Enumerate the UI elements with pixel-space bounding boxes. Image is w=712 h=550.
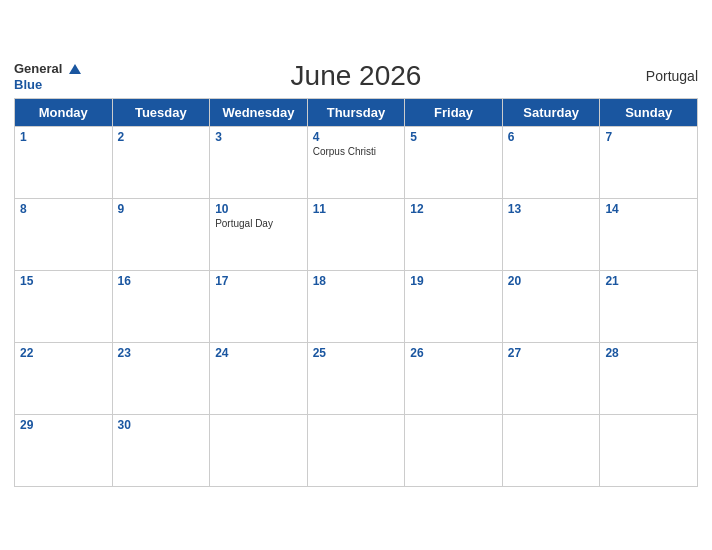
logo-general-text: General — [14, 61, 62, 76]
calendar-day-cell: 9 — [112, 198, 210, 270]
calendar-day-cell: 15 — [15, 270, 113, 342]
day-number: 1 — [20, 130, 107, 144]
calendar-grid: Monday Tuesday Wednesday Thursday Friday… — [14, 98, 698, 487]
calendar-day-cell: 23 — [112, 342, 210, 414]
calendar-day-cell: 11 — [307, 198, 405, 270]
day-number: 27 — [508, 346, 595, 360]
calendar-day-cell — [502, 414, 600, 486]
holiday-name: Corpus Christi — [313, 146, 400, 157]
header-thursday: Thursday — [307, 98, 405, 126]
calendar-day-cell: 14 — [600, 198, 698, 270]
day-number: 17 — [215, 274, 302, 288]
calendar-day-cell: 24 — [210, 342, 308, 414]
day-number: 10 — [215, 202, 302, 216]
weekday-header-row: Monday Tuesday Wednesday Thursday Friday… — [15, 98, 698, 126]
calendar-title: June 2026 — [291, 60, 422, 92]
calendar-day-cell: 21 — [600, 270, 698, 342]
calendar-day-cell: 17 — [210, 270, 308, 342]
logo-triangle-icon — [69, 64, 81, 74]
day-number: 18 — [313, 274, 400, 288]
calendar-day-cell — [307, 414, 405, 486]
calendar-week-row: 15161718192021 — [15, 270, 698, 342]
day-number: 26 — [410, 346, 497, 360]
calendar-day-cell: 4Corpus Christi — [307, 126, 405, 198]
calendar-day-cell: 8 — [15, 198, 113, 270]
day-number: 23 — [118, 346, 205, 360]
calendar-body: 1234Corpus Christi5678910Portugal Day111… — [15, 126, 698, 486]
calendar-header: General Blue June 2026 Portugal — [14, 60, 698, 92]
country-label: Portugal — [646, 68, 698, 84]
calendar-week-row: 8910Portugal Day11121314 — [15, 198, 698, 270]
calendar-day-cell: 13 — [502, 198, 600, 270]
day-number: 11 — [313, 202, 400, 216]
calendar-day-cell — [405, 414, 503, 486]
day-number: 21 — [605, 274, 692, 288]
day-number: 15 — [20, 274, 107, 288]
header-saturday: Saturday — [502, 98, 600, 126]
calendar-day-cell: 27 — [502, 342, 600, 414]
header-monday: Monday — [15, 98, 113, 126]
calendar-week-row: 22232425262728 — [15, 342, 698, 414]
day-number: 20 — [508, 274, 595, 288]
day-number: 9 — [118, 202, 205, 216]
calendar-day-cell: 10Portugal Day — [210, 198, 308, 270]
header-sunday: Sunday — [600, 98, 698, 126]
day-number: 22 — [20, 346, 107, 360]
holiday-name: Portugal Day — [215, 218, 302, 229]
day-number: 29 — [20, 418, 107, 432]
calendar-day-cell: 1 — [15, 126, 113, 198]
calendar-day-cell — [600, 414, 698, 486]
calendar-day-cell: 25 — [307, 342, 405, 414]
logo-area: General Blue — [14, 59, 81, 92]
day-number: 30 — [118, 418, 205, 432]
header-tuesday: Tuesday — [112, 98, 210, 126]
day-number: 13 — [508, 202, 595, 216]
calendar-day-cell: 28 — [600, 342, 698, 414]
calendar-day-cell: 16 — [112, 270, 210, 342]
day-number: 6 — [508, 130, 595, 144]
logo-general-line: General — [14, 59, 81, 77]
day-number: 4 — [313, 130, 400, 144]
calendar-day-cell: 20 — [502, 270, 600, 342]
calendar-day-cell: 3 — [210, 126, 308, 198]
calendar-day-cell: 6 — [502, 126, 600, 198]
calendar-day-cell: 18 — [307, 270, 405, 342]
logo-blue-text: Blue — [14, 77, 42, 92]
day-number: 5 — [410, 130, 497, 144]
calendar-day-cell: 26 — [405, 342, 503, 414]
header-wednesday: Wednesday — [210, 98, 308, 126]
calendar-day-cell: 12 — [405, 198, 503, 270]
calendar-day-cell: 7 — [600, 126, 698, 198]
day-number: 25 — [313, 346, 400, 360]
day-number: 16 — [118, 274, 205, 288]
day-number: 8 — [20, 202, 107, 216]
calendar-week-row: 1234Corpus Christi567 — [15, 126, 698, 198]
header-friday: Friday — [405, 98, 503, 126]
day-number: 24 — [215, 346, 302, 360]
day-number: 19 — [410, 274, 497, 288]
day-number: 12 — [410, 202, 497, 216]
day-number: 2 — [118, 130, 205, 144]
calendar-day-cell: 2 — [112, 126, 210, 198]
day-number: 28 — [605, 346, 692, 360]
calendar-wrapper: General Blue June 2026 Portugal Monday T… — [0, 50, 712, 501]
calendar-day-cell: 30 — [112, 414, 210, 486]
day-number: 3 — [215, 130, 302, 144]
calendar-week-row: 2930 — [15, 414, 698, 486]
day-number: 14 — [605, 202, 692, 216]
day-number: 7 — [605, 130, 692, 144]
calendar-day-cell: 29 — [15, 414, 113, 486]
calendar-day-cell: 22 — [15, 342, 113, 414]
calendar-day-cell: 5 — [405, 126, 503, 198]
calendar-day-cell — [210, 414, 308, 486]
calendar-day-cell: 19 — [405, 270, 503, 342]
